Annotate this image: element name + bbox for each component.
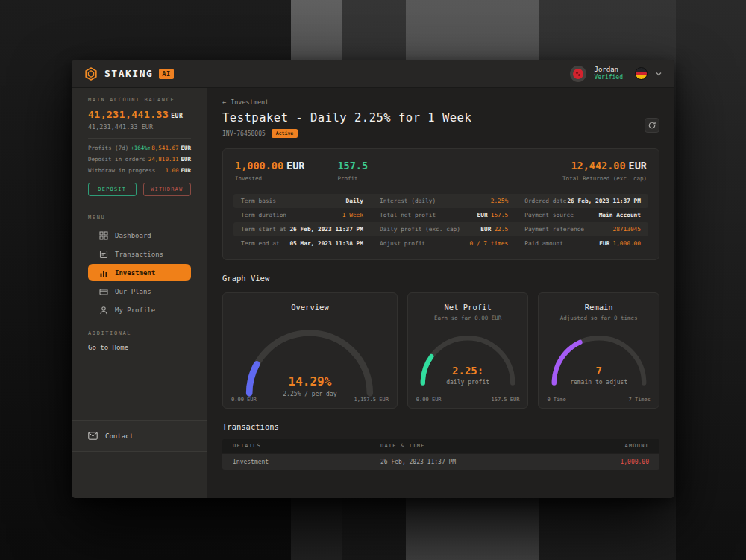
sidebar-item-label: Our Plans	[115, 288, 151, 295]
contact-link[interactable]: Contact	[72, 421, 207, 451]
sidebar-item-label: My Profile	[115, 306, 155, 314]
gauge-card-net-profit: Net Profit Earn so far 0.00 EUR 2.25: da…	[407, 292, 529, 409]
refresh-icon	[648, 121, 656, 130]
gauge-min: 0 Time	[547, 397, 565, 403]
sidebar-item-my-profile[interactable]: My Profile	[88, 301, 191, 318]
gauge-value: 14.29%	[223, 374, 397, 388]
investment-details-table: Term basisDaily Interest (daily)2.25% Or…	[233, 194, 648, 251]
user-menu[interactable]: Jordan Verified	[594, 65, 623, 82]
transaction-amount: - 1,000.00	[613, 459, 649, 465]
status-badge: Active	[272, 129, 298, 138]
invested-block: 1,000.00EUR Invested	[235, 160, 304, 182]
table-row: Term duration1 Week Total net profitEUR1…	[233, 208, 648, 222]
withdraw-in-progress-row: Withdraw in progress 1.00EUR	[88, 167, 191, 174]
profits-7d-row: Profits (7d) +164%↑ 8,541.67EUR	[88, 145, 191, 151]
sidebar-item-investment[interactable]: Investment	[88, 264, 191, 281]
profile-icon	[99, 306, 108, 315]
total-returned-block: 12,442.00EUR Total Returned (exc. cap)	[562, 160, 647, 182]
verified-badge: Verified	[594, 74, 623, 82]
invoice-reference: INV-76458005	[222, 130, 266, 137]
backdrop-panel	[676, 0, 746, 560]
ai-badge: AI	[159, 69, 173, 79]
transaction-datetime: 26 Feb, 2023 11:37 PM	[380, 459, 613, 465]
language-flag-germany[interactable]	[635, 67, 648, 80]
gauge-value: 7	[539, 365, 659, 377]
gauge-max: 7 Times	[628, 397, 651, 403]
gauge-min: 0.00 EUR	[416, 397, 442, 403]
balance-label: MAIN ACCOUNT BALANCE	[72, 97, 207, 103]
avatar[interactable]	[570, 66, 586, 82]
sidebar-item-dashboard[interactable]: Dashboard	[88, 227, 191, 244]
user-name: Jordan	[594, 65, 623, 74]
main-content: ← Investment Testpaket - Daily 2.25% for…	[207, 88, 674, 498]
sidebar-item-our-plans[interactable]: Our Plans	[88, 283, 191, 300]
dashboard-icon	[99, 231, 108, 240]
sidebar-item-label: Dashboard	[115, 232, 151, 239]
page-title: Testpaket - Daily 2.25% for 1 Week	[222, 111, 659, 125]
transaction-row: Investment 26 Feb, 2023 11:37 PM - 1,000…	[222, 454, 659, 470]
top-bar: STAKING AI Jordan Verified	[72, 60, 674, 88]
gauge-card-remain: Remain Adjusted so far 0 times 7 remain …	[538, 292, 659, 409]
investment-summary-card: 1,000.00EUR Invested 157.5 Profit 12,442…	[222, 148, 659, 260]
gauge-value: 2.25:	[408, 365, 528, 377]
profit-block: 157.5 Profit	[337, 160, 368, 182]
deposit-in-orders-row: Deposit in orders 24,810.11EUR	[88, 156, 191, 163]
table-row: Term end at05 Mar, 2023 11:38 PM Adjust …	[233, 236, 648, 251]
graph-view-heading: Graph View	[222, 274, 659, 283]
transactions-header-row: DETAILS DATE & TIME AMOUNT	[222, 439, 659, 453]
transaction-details: Investment	[233, 459, 380, 465]
secondary-balance: 41,231,441.33 EUR	[72, 123, 207, 130]
chevron-down-icon[interactable]	[655, 70, 662, 78]
gauge-max: 157.5 EUR	[491, 397, 519, 403]
gauge-cards: Overview 14.29% 2.25% / per day 0.00 EUR	[222, 292, 659, 409]
gauge-min: 0.00 EUR	[231, 397, 257, 403]
envelope-icon	[88, 432, 98, 440]
table-row: Term basisDaily Interest (daily)2.25% Or…	[233, 194, 648, 208]
avatar-image	[573, 69, 583, 79]
sidebar-item-label: Transactions	[115, 251, 163, 258]
profit-delta: +164%↑	[131, 145, 151, 151]
brand-logo[interactable]: STAKING AI	[84, 66, 174, 81]
table-row: Term start at26 Feb, 2023 11:37 PM Daily…	[233, 222, 648, 236]
go-to-home-link[interactable]: Go to Home	[72, 344, 207, 351]
refresh-button[interactable]	[645, 118, 659, 133]
divider	[88, 204, 191, 204]
transactions-heading: Transactions	[222, 422, 659, 431]
transactions-table: DETAILS DATE & TIME AMOUNT Investment 26…	[222, 439, 659, 470]
withdraw-button[interactable]: WITHDRAW	[143, 183, 192, 196]
sidebar-item-transactions[interactable]: Transactions	[88, 245, 191, 262]
menu-label: MENU	[72, 215, 207, 221]
sidebar: MAIN ACCOUNT BALANCE 41,231,441.33EUR 41…	[72, 88, 207, 498]
transactions-icon	[99, 250, 108, 259]
divider	[88, 138, 191, 139]
contact-section: Contact	[72, 420, 207, 452]
brand-name: STAKING	[104, 68, 153, 79]
breadcrumb[interactable]: ← Investment	[222, 98, 659, 106]
additional-label: ADDITIONAL	[72, 330, 207, 336]
investment-icon	[99, 268, 108, 277]
plans-icon	[99, 287, 108, 296]
hexagon-logo-icon	[84, 66, 98, 81]
sidebar-item-label: Investment	[115, 269, 155, 277]
gauge-card-overview: Overview 14.29% 2.25% / per day 0.00 EUR	[222, 292, 398, 409]
app-window: STAKING AI Jordan Verified MAIN ACCOUNT …	[72, 60, 674, 498]
gauge-max: 1,157.5 EUR	[354, 397, 388, 403]
deposit-button[interactable]: DEPOSIT	[88, 183, 137, 196]
main-balance: 41,231,441.33EUR	[72, 109, 207, 120]
back-arrow-icon[interactable]: ←	[222, 98, 226, 106]
